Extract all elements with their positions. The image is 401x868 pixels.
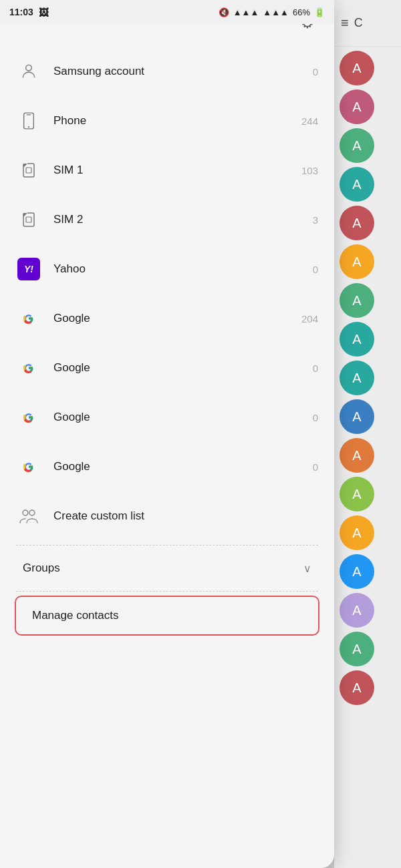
google-icon <box>16 405 41 430</box>
menu-label: Google <box>53 411 313 424</box>
menu-count: 0 <box>313 66 318 77</box>
svg-point-2 <box>28 126 29 128</box>
google-icon <box>16 355 41 381</box>
svg-point-13 <box>29 510 35 515</box>
signal-bars-2: ▲▲▲ <box>263 7 289 17</box>
menu-label: SIM 1 <box>53 164 301 177</box>
right-panel-header: ≡ C <box>334 0 401 47</box>
contact-initial: C <box>354 16 363 30</box>
avatar-circle: A <box>340 51 374 85</box>
avatar-circle: A <box>340 399 374 434</box>
svg-rect-5 <box>26 168 31 173</box>
menu-label: Create custom list <box>53 509 318 523</box>
menu-count: 0 <box>313 363 318 374</box>
menu-label: Google <box>53 460 313 473</box>
avatar-circle: A <box>340 438 374 473</box>
sim-icon <box>16 207 41 232</box>
people-icon <box>16 503 41 529</box>
yahoo-icon: Y! <box>16 256 41 282</box>
svg-marker-7 <box>23 164 27 168</box>
status-right: 🔇 ▲▲▲ ▲▲▲ 66% 🔋 <box>219 7 325 17</box>
manage-contacts-button[interactable]: Manage contacts <box>15 596 319 636</box>
right-contact-panel: ≡ C AAAAAAAAAAAAAAAAA <box>334 0 401 868</box>
menu-count: 0 <box>313 264 318 275</box>
chevron-down-icon: ∨ <box>303 562 311 575</box>
avatar-circle: A <box>340 244 374 279</box>
status-left: 11:03 🖼 <box>9 7 49 18</box>
avatar-circle: A <box>340 89 374 124</box>
svg-point-12 <box>23 510 28 515</box>
groups-row[interactable]: Groups ∨ <box>7 550 327 587</box>
menu-item-phone[interactable]: Phone 244 <box>7 96 327 146</box>
menu-item-google2[interactable]: Google 0 <box>7 343 327 393</box>
manage-contacts-label: Manage contacts <box>32 609 118 622</box>
hamburger-icon: ≡ <box>341 15 349 31</box>
menu-label: Google <box>53 361 313 375</box>
separator-2 <box>16 591 318 592</box>
menu-count: 3 <box>313 214 318 226</box>
menu-label: Yahoo <box>53 262 313 276</box>
avatar-circle: A <box>340 128 374 163</box>
svg-marker-11 <box>23 213 27 217</box>
avatar-circle: A <box>340 593 374 628</box>
avatar-circle: A <box>340 632 374 666</box>
signal-bars-1: ▲▲▲ <box>233 7 259 17</box>
phone-icon <box>16 108 41 134</box>
avatar-circle: A <box>340 670 374 705</box>
yahoo-icon: Y! <box>17 258 40 280</box>
menu-item-google1[interactable]: Google 204 <box>7 294 327 343</box>
battery-icon: 🔋 <box>314 7 325 17</box>
menu-count: 204 <box>301 313 318 324</box>
avatar-circle: A <box>340 167 374 202</box>
menu-list: Samsung account 0 Phone 244 SIM 1 103 SI… <box>0 47 334 868</box>
google-icon <box>16 454 41 479</box>
menu-item-samsung-account[interactable]: Samsung account 0 <box>7 47 327 96</box>
svg-rect-9 <box>26 217 31 222</box>
avatar-circle: A <box>340 283 374 318</box>
avatar-circle: A <box>340 322 374 357</box>
avatar-circle: A <box>340 361 374 395</box>
menu-count: 0 <box>313 412 318 423</box>
menu-item-yahoo[interactable]: Y! Yahoo 0 <box>7 244 327 294</box>
menu-item-google4[interactable]: Google 0 <box>7 442 327 491</box>
menu-count: 244 <box>301 116 318 127</box>
menu-item-create-custom-list[interactable]: Create custom list <box>7 491 327 541</box>
svg-point-0 <box>26 65 32 71</box>
menu-count: 103 <box>301 165 318 176</box>
avatar-circle: A <box>340 206 374 240</box>
image-icon: 🖼 <box>39 7 49 18</box>
person-icon <box>16 59 41 84</box>
avatar-circle: A <box>340 477 374 511</box>
menu-item-google3[interactable]: Google 0 <box>7 393 327 442</box>
avatar-list: AAAAAAAAAAAAAAAAA <box>334 47 401 709</box>
sim-icon <box>16 158 41 183</box>
menu-label: Phone <box>53 114 301 128</box>
google-icon <box>16 306 41 331</box>
drawer-panel: 11:03 🖼 🔇 ▲▲▲ ▲▲▲ 66% 🔋 ⚙ Samsung accoun… <box>0 0 334 868</box>
menu-label: Google <box>53 312 301 325</box>
status-bar: 11:03 🖼 🔇 ▲▲▲ ▲▲▲ 66% 🔋 <box>0 0 334 24</box>
time: 11:03 <box>9 7 33 17</box>
menu-label: Samsung account <box>53 65 313 78</box>
avatar-circle: A <box>340 554 374 589</box>
groups-label: Groups <box>23 562 303 575</box>
separator <box>16 545 318 546</box>
mute-icon: 🔇 <box>219 7 229 17</box>
avatar-circle: A <box>340 515 374 550</box>
menu-item-sim2[interactable]: SIM 2 3 <box>7 195 327 244</box>
battery-percent: 66% <box>293 7 310 17</box>
menu-label: SIM 2 <box>53 213 313 226</box>
menu-item-sim1[interactable]: SIM 1 103 <box>7 146 327 195</box>
menu-count: 0 <box>313 461 318 473</box>
